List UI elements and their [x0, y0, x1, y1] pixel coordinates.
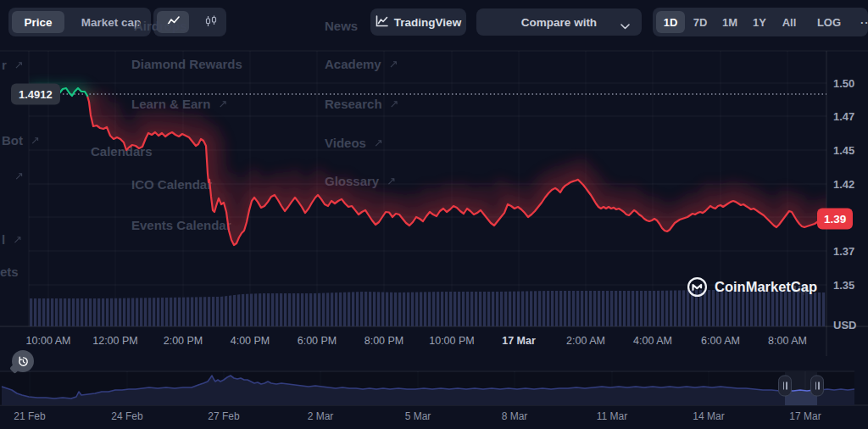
- navigator-right-handle[interactable]: [810, 376, 824, 397]
- reset-zoom-history-button[interactable]: [12, 350, 34, 372]
- previous-close-price-badge: 1.4912: [11, 84, 60, 105]
- navigator-dim-left: [0, 372, 785, 405]
- history-clock-icon: [17, 355, 30, 368]
- price-chart-canvas[interactable]: [0, 0, 868, 429]
- navigator-left-handle[interactable]: [778, 376, 792, 397]
- price-chart-widget: Price Market cap: [0, 0, 868, 429]
- last-price-badge: 1.39: [817, 209, 853, 230]
- volume-bars: [29, 290, 826, 326]
